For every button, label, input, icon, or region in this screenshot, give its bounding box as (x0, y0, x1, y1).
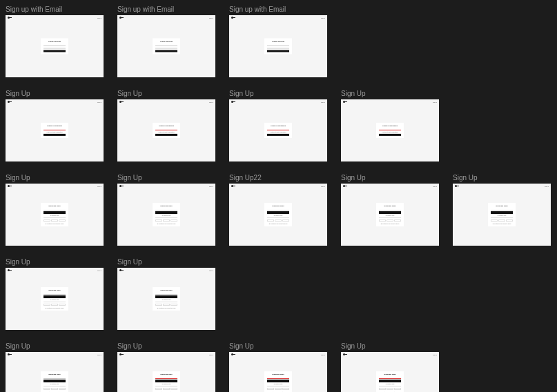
divider (43, 302, 66, 302)
artboard[interactable]: Sign up with EmailSign inCreate account (117, 6, 215, 77)
artboard-frame[interactable]: Sign inWelcome backor continue withBy co… (341, 184, 439, 246)
artboard[interactable]: Sign UpSign inWelcome backor continue wi… (229, 342, 327, 392)
google-login-button (43, 388, 50, 390)
artboard-title[interactable]: Sign Up (117, 342, 215, 350)
artboard[interactable]: Sign UpSign inWelcome backor continue wi… (6, 258, 104, 330)
artboard[interactable]: Sign up with EmailSign inCreate account (6, 6, 104, 77)
facebook-login-button (282, 219, 289, 222)
artboard-frame[interactable]: Sign inWelcome backor continue withBy co… (341, 352, 439, 392)
social-login-row (155, 219, 177, 222)
artboard-title[interactable]: Sign Up (229, 90, 327, 97)
continue-button (155, 211, 177, 214)
card-heading: Welcome back (160, 373, 172, 375)
artboard-frame[interactable]: Sign inWelcome backor continue withBy co… (453, 184, 551, 246)
artboard-title[interactable]: Sign Up22 (229, 174, 327, 182)
artboard[interactable]: Sign UpSign inCreate a passwordMust be a… (117, 90, 215, 161)
google-login-button (379, 388, 386, 390)
auth-card: Welcome backor continue withBy continuin… (488, 203, 516, 226)
helper-text: By continuing you agree to Terms (157, 307, 176, 308)
artboard-title[interactable]: Sign Up (341, 342, 439, 350)
artboard-frame[interactable]: Sign inCreate a passwordMust be at least… (341, 99, 439, 161)
header-signin-link: Sign in (97, 101, 101, 103)
artboard-row: Sign UpSign inWelcome backor continue wi… (6, 342, 551, 392)
artboard-title[interactable]: Sign Up (117, 258, 215, 266)
artboard[interactable]: Sign Up22Sign inWelcome backor continue … (229, 174, 327, 246)
artboard-frame[interactable]: Sign inCreate a passwordMust be at least… (229, 99, 327, 161)
artboard-title[interactable]: Sign Up (341, 90, 439, 97)
artboard-title[interactable]: Sign up with Email (229, 6, 327, 13)
artboard-frame[interactable]: Sign inCreate account (117, 15, 215, 77)
artboard-frame[interactable]: Sign inCreate a passwordMust be at least… (117, 99, 215, 161)
artboard-frame[interactable]: Sign inWelcome backor continue withBy co… (117, 268, 215, 330)
artboard[interactable]: Sign UpSign inCreate a passwordMust be a… (6, 90, 104, 161)
brand-logo-icon (8, 185, 10, 187)
continue-button (379, 380, 401, 382)
artboard-frame[interactable]: Sign inWelcome backor continue withBy co… (117, 184, 215, 246)
password-field (43, 128, 66, 130)
artboard-frame[interactable]: Sign inCreate account (229, 15, 327, 77)
helper-text: or continue with (386, 215, 395, 216)
artboard-frame[interactable]: Sign inWelcome backor continue withBy co… (6, 352, 104, 392)
artboard-frame[interactable]: Sign inWelcome backor continue withBy co… (229, 352, 327, 392)
card-heading: Welcome back (272, 205, 284, 207)
artboard[interactable]: Sign UpSign inWelcome backor continue wi… (6, 342, 104, 392)
helper-text: or continue with (274, 215, 283, 216)
auth-card: Create a passwordMust be at least 8 char… (41, 123, 68, 138)
card-heading: Welcome back (384, 205, 395, 207)
auth-card: Welcome backor continue withBy continuin… (41, 287, 68, 311)
divider (43, 217, 66, 218)
header-signin-link: Sign in (209, 270, 213, 271)
card-heading: Create account (160, 41, 173, 43)
helper-text: Must be at least 8 characters (46, 131, 62, 133)
artboard-title[interactable]: Sign Up (229, 342, 327, 350)
artboard-frame[interactable]: Sign inCreate a passwordMust be at least… (6, 99, 104, 161)
artboard[interactable]: Sign UpSign inWelcome backor continue wi… (341, 342, 439, 392)
header-signin-link: Sign in (545, 186, 549, 187)
continue-button (43, 380, 66, 382)
auth-card: Welcome backor continue withBy continuin… (41, 203, 68, 226)
google-login-button (267, 388, 274, 390)
mock-header: Sign in (229, 15, 327, 20)
artboard[interactable]: Sign UpSign inWelcome backor continue wi… (117, 342, 215, 392)
artboard-title[interactable]: Sign up with Email (117, 6, 215, 13)
brand-logo-icon (231, 185, 233, 187)
mock-header: Sign in (6, 99, 104, 104)
artboard-title[interactable]: Sign Up (6, 174, 104, 182)
card-heading: Welcome back (48, 373, 60, 375)
mock-header: Sign in (117, 352, 215, 357)
artboard-title[interactable]: Sign Up (453, 174, 551, 182)
artboard-title[interactable]: Sign Up (117, 90, 215, 97)
artboard[interactable]: Sign up with EmailSign inCreate account (229, 6, 327, 77)
artboard[interactable]: Sign UpSign inWelcome backor continue wi… (341, 174, 439, 246)
artboard-title[interactable]: Sign Up (6, 342, 104, 350)
artboard[interactable]: Sign UpSign inWelcome backor continue wi… (117, 258, 215, 330)
facebook-login-button (506, 219, 513, 222)
helper-text: Must be at least 8 characters (270, 131, 286, 133)
brand-logo-icon (119, 269, 121, 271)
brand-logo-icon (343, 101, 345, 103)
artboard-title[interactable]: Sign Up (6, 258, 104, 266)
helper-text: By continuing you agree to Terms (157, 223, 176, 224)
card-heading: Create a password (47, 125, 62, 127)
artboard-frame[interactable]: Sign inWelcome backor continue withBy co… (229, 184, 327, 246)
helper-text: or continue with (162, 215, 171, 216)
artboard-frame[interactable]: Sign inWelcome backor continue withBy co… (6, 184, 104, 246)
artboard[interactable]: Sign UpSign inWelcome backor continue wi… (117, 174, 215, 246)
artboard-frame[interactable]: Sign inCreate account (6, 15, 104, 77)
artboard-frame[interactable]: Sign inWelcome backor continue withBy co… (117, 352, 215, 392)
brand-logo-icon (231, 17, 233, 19)
artboard-title[interactable]: Sign Up (341, 174, 439, 182)
auth-card: Welcome backor continue withBy continuin… (153, 371, 180, 392)
artboard[interactable]: Sign UpSign inWelcome backor continue wi… (453, 174, 551, 246)
apple-login-button (51, 304, 58, 306)
artboard-title[interactable]: Sign Up (6, 90, 104, 97)
artboard[interactable]: Sign UpSign inWelcome backor continue wi… (6, 174, 104, 246)
helper-text: By continuing you agree to Terms (493, 223, 511, 224)
mock-header: Sign in (117, 268, 215, 273)
artboard-title[interactable]: Sign up with Email (6, 6, 104, 13)
artboard-frame[interactable]: Sign inWelcome backor continue withBy co… (6, 268, 104, 330)
artboard[interactable]: Sign UpSign inCreate a passwordMust be a… (229, 90, 327, 161)
artboard-title[interactable]: Sign Up (117, 174, 215, 182)
artboard[interactable]: Sign UpSign inCreate a passwordMust be a… (341, 90, 439, 161)
continue-button (155, 295, 177, 298)
